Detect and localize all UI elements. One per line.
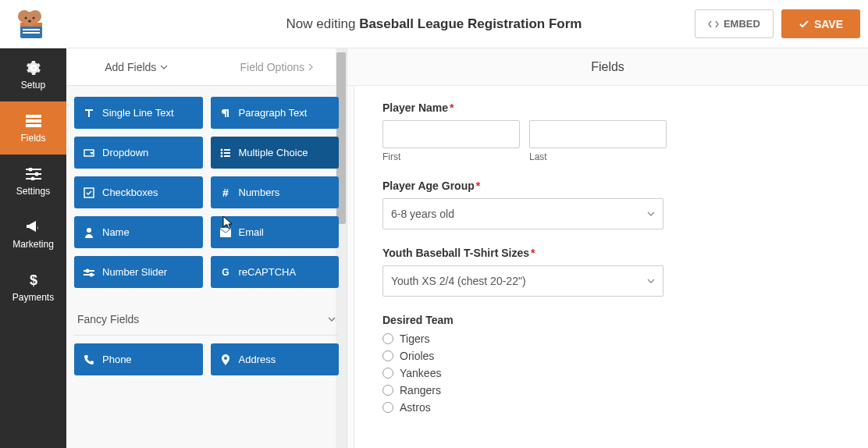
field-paragraph-text[interactable]: Paragraph Text (211, 97, 340, 129)
field-player-name[interactable]: Player Name* First Last (382, 101, 840, 162)
svg-point-6 (21, 12, 38, 26)
chevron-down-icon (647, 279, 655, 283)
sliders-icon (25, 165, 42, 183)
paragraph-icon (220, 108, 231, 119)
text-icon (84, 108, 94, 119)
field-dropdown[interactable]: Dropdown (74, 137, 203, 169)
radio-icon (382, 368, 393, 379)
select-tshirt[interactable]: Youth XS 2/4 (chest 20-22") (382, 265, 663, 297)
field-numbers[interactable]: # Numbers (211, 176, 340, 208)
svg-rect-2 (23, 29, 40, 30)
select-age-group[interactable]: 6-8 years old (382, 198, 663, 229)
form-preview: Player Name* First Last Player Age Group… (354, 86, 868, 448)
svg-point-32 (86, 268, 90, 272)
tab-label: Field Options (240, 61, 304, 73)
dollar-icon: $ (25, 272, 42, 289)
radio-icon (382, 350, 393, 361)
field-label: reCAPTCHA (239, 266, 297, 278)
field-checkboxes[interactable]: Checkboxes (74, 176, 203, 208)
field-name[interactable]: Name (74, 216, 203, 248)
sidebar-item-payments[interactable]: $ Payments (0, 261, 66, 314)
field-tshirt[interactable]: Youth Baseball T-Shirt Sizes* Youth XS 2… (382, 247, 840, 297)
svg-rect-10 (26, 115, 41, 118)
embed-button[interactable]: EMBED (695, 9, 774, 38)
field-desired-team[interactable]: Desired Team Tigers Orioles Yankees Rang… (382, 314, 840, 414)
svg-point-14 (28, 168, 32, 172)
dropdown-icon (84, 148, 94, 158)
field-label: Numbers (239, 187, 280, 198)
field-label: Dropdown (102, 147, 148, 158)
sidebar-item-setup[interactable]: Setup (0, 48, 66, 101)
person-icon (84, 227, 94, 238)
top-bar: Now editing Baseball League Registration… (0, 0, 868, 48)
field-label: Email (239, 226, 265, 238)
radio-icon (382, 385, 393, 396)
sidebar-item-settings[interactable]: Settings (0, 155, 66, 208)
radio-icon (382, 402, 393, 413)
label-desired-team: Desired Team (382, 314, 840, 326)
slider-icon (84, 267, 94, 278)
radio-icon (382, 333, 393, 344)
sidebar-label: Payments (12, 292, 54, 303)
svg-rect-12 (26, 124, 41, 127)
required-indicator: * (476, 180, 480, 192)
svg-point-9 (28, 20, 31, 22)
sidebar-item-fields[interactable]: Fields (0, 101, 66, 155)
radio-item[interactable]: Rangers (382, 384, 840, 396)
chevron-right-icon (308, 63, 313, 71)
field-multiple-choice[interactable]: Multiple Choice (211, 137, 340, 169)
save-label: SAVE (814, 18, 843, 30)
svg-rect-26 (224, 155, 230, 157)
check-icon (799, 19, 809, 30)
pin-icon (220, 354, 231, 365)
svg-rect-22 (224, 149, 230, 151)
field-address[interactable]: Address (211, 343, 340, 375)
sidebar-label: Fields (20, 133, 45, 144)
radio-label: Orioles (400, 350, 434, 362)
tab-field-options[interactable]: Field Options (207, 48, 347, 85)
field-phone[interactable]: Phone (74, 343, 203, 375)
field-single-line-text[interactable]: Single Line Text (74, 97, 203, 129)
checkbox-icon (84, 187, 94, 198)
sidebar-item-marketing[interactable]: Marketing (0, 208, 66, 261)
label-player-name: Player Name* (382, 101, 840, 114)
radio-item[interactable]: Tigers (382, 332, 840, 345)
title-name: Baseball League Registration Form (359, 16, 582, 31)
radio-item[interactable]: Astros (382, 401, 840, 414)
sidebar-label: Settings (16, 186, 50, 197)
chevron-down-icon (160, 65, 168, 69)
radio-item[interactable]: Yankees (382, 367, 840, 379)
field-number-slider[interactable]: Number Slider (74, 256, 203, 288)
input-last-name[interactable] (529, 120, 667, 148)
phone-icon (84, 354, 94, 365)
svg-text:#: # (222, 187, 229, 198)
megaphone-icon (25, 219, 42, 236)
chevron-down-icon (647, 212, 655, 216)
field-recaptcha[interactable]: G reCAPTCHA (211, 256, 340, 288)
section-label: Fancy Fields (77, 313, 139, 325)
field-age-group[interactable]: Player Age Group* 6-8 years old (382, 180, 840, 229)
google-icon: G (220, 267, 231, 278)
page-title: Now editing Baseball League Registration… (286, 16, 582, 32)
select-value: 6-8 years old (391, 208, 454, 220)
radio-item[interactable]: Orioles (382, 350, 840, 362)
save-button[interactable]: SAVE (781, 9, 860, 38)
field-email[interactable]: Email (211, 216, 340, 248)
section-fancy-fields[interactable]: Fancy Fields (74, 304, 339, 336)
field-label: Address (239, 354, 276, 365)
tab-label: Add Fields (105, 61, 156, 73)
tab-add-fields[interactable]: Add Fields (66, 48, 207, 85)
svg-point-16 (34, 172, 38, 176)
svg-point-21 (220, 148, 222, 151)
svg-rect-15 (26, 173, 41, 175)
envelope-icon (220, 227, 231, 238)
field-label: Multiple Choice (239, 147, 308, 158)
input-first-name[interactable] (382, 120, 520, 148)
svg-point-23 (220, 151, 222, 154)
svg-point-7 (25, 16, 27, 19)
radio-label: Astros (400, 401, 431, 414)
required-indicator: * (450, 101, 454, 114)
fields-panel: Add Fields Field Options Single Line Tex… (66, 48, 347, 448)
chevron-down-icon (328, 317, 336, 322)
sidebar: Setup Fields Settings Marketing $ Paymen… (0, 48, 66, 448)
